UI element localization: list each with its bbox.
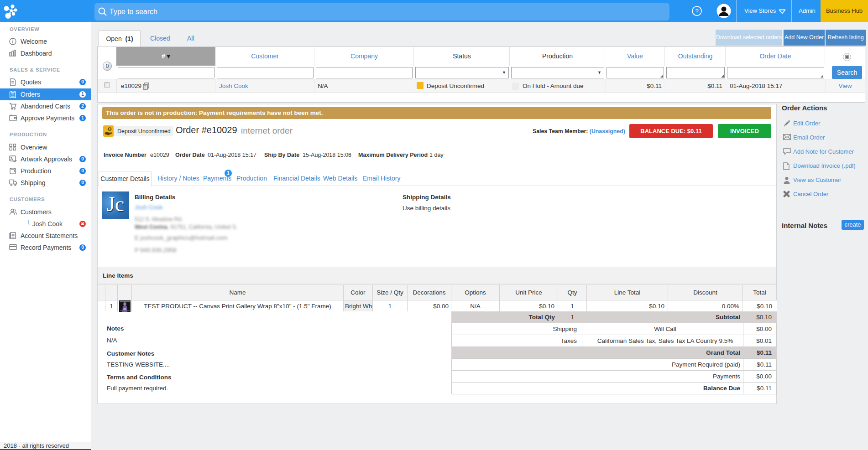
svg-text:?: ?: [695, 8, 698, 15]
